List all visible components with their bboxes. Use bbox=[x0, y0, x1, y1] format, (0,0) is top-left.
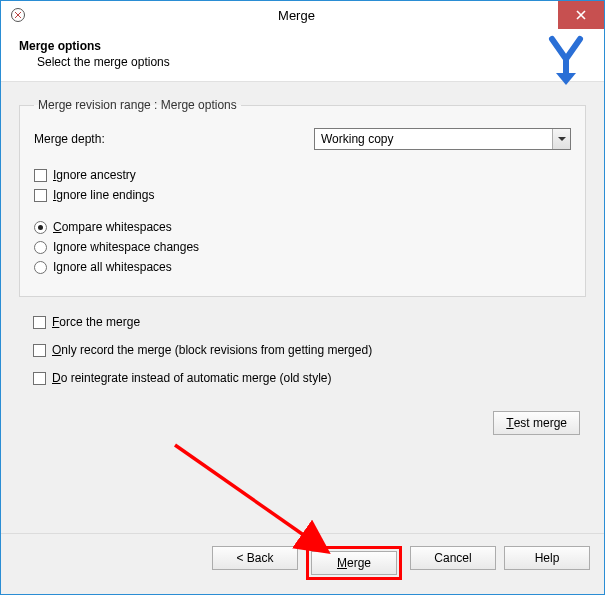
close-icon bbox=[576, 10, 586, 20]
cancel-button[interactable]: Cancel bbox=[410, 546, 496, 570]
help-button[interactable]: Help bbox=[504, 546, 590, 570]
ignore-line-endings-label: Ignore line endings bbox=[53, 188, 154, 202]
ignore-ancestry-label: Ignore ancestry bbox=[53, 168, 136, 182]
compare-whitespaces-label: Compare whitespaces bbox=[53, 220, 172, 234]
test-merge-button[interactable]: Test merge bbox=[493, 411, 580, 435]
radio-icon bbox=[34, 221, 47, 234]
reintegrate-checkbox[interactable]: Do reintegrate instead of automatic merg… bbox=[33, 371, 572, 385]
group-legend: Merge revision range : Merge options bbox=[34, 98, 241, 112]
merge-options-group: Merge revision range : Merge options Mer… bbox=[19, 98, 586, 297]
back-button[interactable]: < Back bbox=[212, 546, 298, 570]
only-record-checkbox[interactable]: Only record the merge (block revisions f… bbox=[33, 343, 572, 357]
chevron-down-icon bbox=[558, 137, 566, 141]
merge-dialog: Merge Merge options Select the merge opt… bbox=[0, 0, 605, 595]
checkbox-icon bbox=[33, 372, 46, 385]
checkbox-icon bbox=[34, 169, 47, 182]
checkbox-icon bbox=[33, 316, 46, 329]
compare-whitespaces-radio[interactable]: Compare whitespaces bbox=[34, 220, 571, 234]
merge-label: Merge bbox=[337, 556, 371, 570]
merge-depth-value: Working copy bbox=[321, 132, 393, 146]
test-merge-label: est merge bbox=[514, 416, 567, 430]
merge-depth-select[interactable]: Working copy bbox=[314, 128, 571, 150]
radio-icon bbox=[34, 241, 47, 254]
back-label: < Back bbox=[236, 551, 273, 565]
wizard-header: Merge options Select the merge options bbox=[1, 29, 604, 82]
page-subtitle: Select the merge options bbox=[37, 55, 586, 69]
force-merge-label: Force the merge bbox=[52, 315, 140, 329]
ignore-ancestry-checkbox[interactable]: Ignore ancestry bbox=[34, 168, 571, 182]
cancel-label: Cancel bbox=[434, 551, 471, 565]
app-icon bbox=[1, 1, 35, 29]
titlebar: Merge bbox=[1, 1, 604, 29]
merge-button[interactable]: Merge bbox=[311, 551, 397, 575]
ignore-whitespace-changes-label: Ignore whitespace changes bbox=[53, 240, 199, 254]
dropdown-button[interactable] bbox=[552, 129, 570, 149]
ignore-whitespace-changes-radio[interactable]: Ignore whitespace changes bbox=[34, 240, 571, 254]
checkbox-icon bbox=[33, 344, 46, 357]
merge-button-highlight: Merge bbox=[306, 546, 402, 580]
wizard-footer: < Back Merge Cancel Help bbox=[1, 533, 604, 594]
wizard-body: Merge revision range : Merge options Mer… bbox=[1, 82, 604, 533]
extra-options: Force the merge Only record the merge (b… bbox=[19, 297, 586, 391]
merge-depth-label: Merge depth: bbox=[34, 132, 314, 146]
ignore-line-endings-checkbox[interactable]: Ignore line endings bbox=[34, 188, 571, 202]
ignore-all-whitespaces-radio[interactable]: Ignore all whitespaces bbox=[34, 260, 571, 274]
merge-logo-icon bbox=[542, 35, 590, 90]
window-controls bbox=[558, 1, 604, 29]
force-merge-checkbox[interactable]: Force the merge bbox=[33, 315, 572, 329]
only-record-label: Only record the merge (block revisions f… bbox=[52, 343, 372, 357]
radio-icon bbox=[34, 261, 47, 274]
close-button[interactable] bbox=[558, 1, 604, 29]
window-title: Merge bbox=[35, 1, 558, 29]
help-label: Help bbox=[535, 551, 560, 565]
ignore-all-whitespaces-label: Ignore all whitespaces bbox=[53, 260, 172, 274]
reintegrate-label: Do reintegrate instead of automatic merg… bbox=[52, 371, 331, 385]
checkbox-icon bbox=[34, 189, 47, 202]
page-title: Merge options bbox=[19, 39, 586, 53]
